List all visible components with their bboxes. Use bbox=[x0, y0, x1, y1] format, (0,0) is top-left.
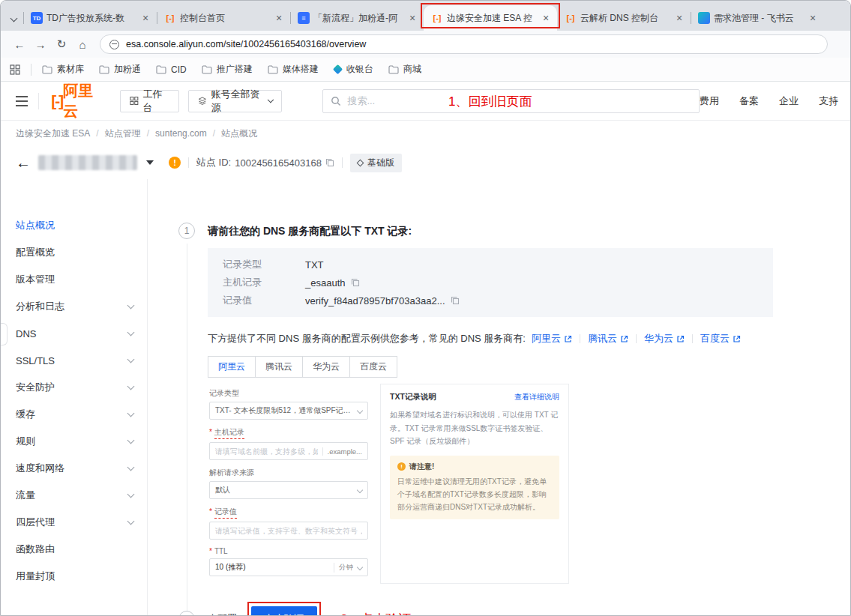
host-domain-suffix: .example... bbox=[322, 447, 362, 456]
field-label-resolve-source: 解析请求来源 bbox=[209, 468, 368, 478]
field-label-host-record: *主机记录 bbox=[209, 427, 368, 439]
tab-close-icon[interactable]: × bbox=[539, 11, 553, 25]
copy-icon[interactable] bbox=[325, 158, 334, 167]
chevron-down-icon bbox=[357, 487, 363, 493]
record-row: 记录值 verify_f84ad78957bf703a3aa2... bbox=[223, 292, 758, 309]
home-icon[interactable]: ⌂ bbox=[73, 34, 92, 54]
nav-item-enterprise[interactable]: 企业 bbox=[779, 94, 799, 108]
verify-button[interactable]: 点击验证 bbox=[251, 606, 317, 615]
browser-tab[interactable]: ≡ 「新流程」加粉通-阿 × bbox=[290, 5, 424, 31]
bookmark-folder[interactable]: CID bbox=[156, 64, 187, 75]
sidebar-item-label: 安全防护 bbox=[16, 381, 55, 394]
back-arrow-icon[interactable]: ← bbox=[16, 155, 31, 170]
example-tab-baidu[interactable]: 百度云 bbox=[349, 356, 397, 378]
aliyun-logo-icon: [-] bbox=[431, 12, 443, 24]
url-text[interactable]: esa.console.aliyun.com/site/100245616540… bbox=[126, 39, 366, 49]
copy-icon[interactable] bbox=[351, 278, 360, 287]
ttl-input-wrap[interactable]: 10 (推荐) 分钟 bbox=[209, 558, 368, 576]
sidebar-item-security[interactable]: 安全防护 bbox=[1, 374, 147, 401]
sidebar-item-usage-cap[interactable]: 用量封顶 bbox=[1, 563, 147, 590]
sidebar-item-label: 用量封顶 bbox=[16, 570, 55, 583]
browser-tab[interactable]: [-] 控制台首页 × bbox=[157, 5, 290, 31]
sidebar-item-config-overview[interactable]: 配置概览 bbox=[1, 239, 147, 266]
tab-close-icon[interactable]: × bbox=[272, 11, 286, 25]
sidebar-item-traffic[interactable]: 流量 bbox=[1, 482, 147, 509]
tab-close-icon[interactable]: × bbox=[406, 11, 419, 25]
record-value-input[interactable] bbox=[215, 527, 362, 535]
sidebar-item-analytics-logs[interactable]: 分析和日志 bbox=[1, 293, 147, 320]
address-bar[interactable]: esa.console.aliyun.com/site/100245616540… bbox=[100, 34, 828, 54]
host-record-input[interactable] bbox=[215, 447, 318, 456]
sidebar-item-ssl-tls[interactable]: SSL/TLS bbox=[1, 347, 147, 374]
field-label-ttl: *TTL bbox=[209, 547, 368, 555]
sidebar-item-l4-proxy[interactable]: 四层代理 bbox=[1, 509, 147, 536]
site-id-label: 站点 ID: bbox=[196, 156, 231, 169]
bookmark-folder[interactable]: 商城 bbox=[388, 63, 421, 76]
tab-close-icon[interactable]: × bbox=[673, 11, 686, 25]
site-permissions-icon[interactable] bbox=[109, 40, 119, 49]
example-tab-aliyun[interactable]: 阿里云 bbox=[208, 356, 256, 378]
provider-link-huawei[interactable]: 华为云 bbox=[644, 332, 685, 345]
nav-item-billing[interactable]: 费用 bbox=[700, 94, 719, 108]
provider-link-label: 阿里云 bbox=[532, 332, 561, 345]
sidebar-item-cache[interactable]: 缓存 bbox=[1, 401, 147, 428]
provider-link-tencent[interactable]: 腾讯云 bbox=[588, 332, 628, 345]
plan-badge[interactable]: 基础版 bbox=[350, 154, 402, 172]
apps-grid-icon[interactable] bbox=[10, 64, 20, 75]
sidebar-item-function-routes[interactable]: 函数路由 bbox=[1, 536, 147, 563]
breadcrumb-item[interactable]: sunteng.com bbox=[155, 128, 207, 139]
providers-intro-text: 下方提供了不同 DNS 服务商的配置示例供您参考，常见的 DNS 服务商有: bbox=[208, 332, 526, 345]
hamburger-menu-icon[interactable] bbox=[16, 96, 28, 106]
example-tab-tencent[interactable]: 腾讯云 bbox=[255, 356, 303, 378]
back-icon[interactable]: ← bbox=[10, 34, 29, 54]
nav-item-icp[interactable]: 备案 bbox=[739, 94, 759, 108]
sidebar-item-version-management[interactable]: 版本管理 bbox=[1, 266, 147, 293]
sidebar-collapse-handle[interactable] bbox=[1, 323, 7, 345]
tab-search-chevron-icon[interactable] bbox=[4, 5, 23, 31]
refresh-icon[interactable]: ↻ bbox=[52, 34, 71, 54]
bookmark-folder[interactable]: 素材库 bbox=[42, 63, 84, 76]
provider-link-label: 腾讯云 bbox=[588, 332, 617, 345]
step1-title: 请前往您的 DNS 服务商配置以下 TXT 记录: bbox=[208, 223, 850, 239]
breadcrumb-item[interactable]: 边缘安全加速 ESA bbox=[16, 127, 90, 140]
bookmark-folder[interactable]: 媒体搭建 bbox=[268, 63, 319, 76]
divider bbox=[636, 334, 637, 343]
tab-close-icon[interactable]: × bbox=[139, 11, 152, 25]
aliyun-logo-text: 阿里云 bbox=[63, 81, 103, 121]
sidebar-item-dns[interactable]: DNS bbox=[1, 320, 147, 347]
provider-link-aliyun[interactable]: 阿里云 bbox=[532, 332, 572, 345]
record-value-input-wrap bbox=[209, 522, 368, 540]
ttl-unit[interactable]: 分钟 bbox=[334, 563, 353, 573]
nav-item-support[interactable]: 支持 bbox=[819, 94, 838, 108]
sidebar-item-label: 站点概况 bbox=[16, 219, 55, 232]
bookmark-item[interactable]: 收银台 bbox=[334, 63, 373, 76]
example-tab-huawei[interactable]: 华为云 bbox=[302, 356, 350, 378]
record-label: 记录值 bbox=[223, 294, 305, 307]
main-content: 1 请前往您的 DNS 服务商配置以下 TXT 记录: 记录类型 TXT 主机记… bbox=[148, 179, 850, 615]
sidebar-item-label: 四层代理 bbox=[16, 516, 55, 529]
sidebar-item-speed-network[interactable]: 速度和网络 bbox=[1, 455, 147, 482]
account-resources-dropdown[interactable]: 账号全部资源 bbox=[188, 90, 283, 112]
aliyun-logo[interactable]: [-] 阿里云 bbox=[51, 81, 103, 121]
forward-icon[interactable]: → bbox=[31, 34, 50, 54]
browser-tab-active[interactable]: [-] 边缘安全加速 ESA 控 × bbox=[424, 5, 557, 31]
bookmark-folder[interactable]: 推广搭建 bbox=[202, 63, 253, 76]
browser-tab[interactable]: 需求池管理 - 飞书云 × bbox=[691, 5, 824, 31]
record-type-select[interactable]: TXT- 文本长度限制512，通常做SPF记录（反垃圾邮件） bbox=[209, 402, 368, 420]
sidebar-item-rules[interactable]: 规则 bbox=[1, 428, 147, 455]
copy-icon[interactable] bbox=[451, 296, 460, 305]
help-detail-link[interactable]: 查看详细说明 bbox=[514, 392, 559, 402]
sidebar-item-site-overview[interactable]: 站点概况 bbox=[1, 212, 147, 239]
dashboard-grid-icon bbox=[130, 96, 139, 106]
bookmark-folder[interactable]: 加粉通 bbox=[99, 63, 141, 76]
breadcrumb-item[interactable]: 站点管理 bbox=[105, 127, 141, 140]
record-value: verify_f84ad78957bf703a3aa2... bbox=[305, 295, 460, 307]
browser-tab[interactable]: TD TD广告投放系统-数 × bbox=[23, 5, 157, 31]
provider-link-baidu[interactable]: 百度云 bbox=[700, 332, 741, 345]
site-switcher-caret-icon[interactable] bbox=[146, 160, 154, 165]
resolve-source-select[interactable]: 默认 bbox=[209, 481, 368, 499]
browser-tab[interactable]: [-] 云解析 DNS 控制台 × bbox=[557, 5, 691, 31]
workbench-button[interactable]: 工作台 bbox=[120, 90, 179, 112]
tab-close-icon[interactable]: × bbox=[806, 11, 820, 25]
chevron-down-icon bbox=[127, 437, 135, 444]
